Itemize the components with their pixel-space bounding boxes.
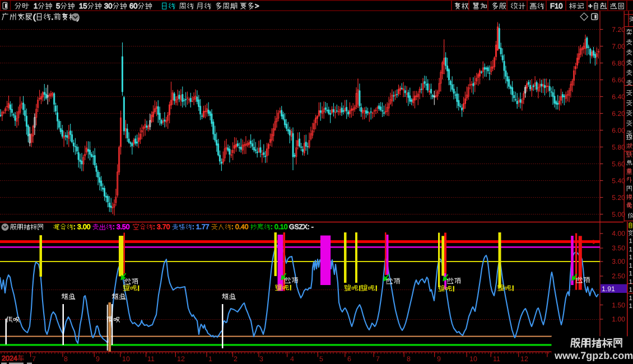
svg-text:!: ! xyxy=(453,285,455,293)
svg-text:!: ! xyxy=(512,284,514,292)
svg-text:+: + xyxy=(588,2,593,10)
svg-text:>: > xyxy=(255,2,259,10)
svg-text:7.00: 7.00 xyxy=(612,43,625,50)
svg-text:!: ! xyxy=(138,284,140,292)
svg-text:!: ! xyxy=(359,284,361,292)
svg-text:8: 8 xyxy=(407,355,411,363)
svg-text:5.40: 5.40 xyxy=(612,177,625,185)
svg-text:!: ! xyxy=(375,284,378,292)
svg-text:6.60: 6.60 xyxy=(612,76,625,84)
svg-text:7: 7 xyxy=(32,355,36,363)
svg-text:60: 60 xyxy=(129,2,138,10)
svg-text:1: 1 xyxy=(629,279,632,286)
svg-text:1: 1 xyxy=(629,263,632,269)
svg-text:GSZX: -: GSZX: - xyxy=(289,223,314,231)
svg-text:: 0.10: : 0.10 xyxy=(271,223,288,231)
svg-text:5.00: 5.00 xyxy=(612,211,625,218)
svg-text:3: 3 xyxy=(259,355,263,363)
svg-text:: 0.40: : 0.40 xyxy=(231,223,249,231)
svg-text:7.20: 7.20 xyxy=(612,26,625,34)
svg-text:11: 11 xyxy=(493,355,500,363)
svg-text:5: 5 xyxy=(56,2,60,10)
svg-text:1: 1 xyxy=(629,303,632,310)
svg-text:5: 5 xyxy=(319,355,323,363)
svg-text:4: 4 xyxy=(290,355,294,363)
svg-text:30: 30 xyxy=(104,2,113,10)
svg-text:1: 1 xyxy=(629,295,632,302)
svg-text:2024: 2024 xyxy=(2,354,17,362)
svg-text:5.60: 5.60 xyxy=(612,160,625,168)
svg-text:6.00: 6.00 xyxy=(612,127,625,134)
svg-text:1: 1 xyxy=(629,254,632,261)
svg-text:10: 10 xyxy=(469,355,477,363)
svg-text:1: 1 xyxy=(629,270,632,277)
svg-text:1: 1 xyxy=(34,2,38,10)
svg-text:2.50: 2.50 xyxy=(612,272,625,280)
svg-text:3.00: 3.00 xyxy=(612,258,625,265)
svg-text:5.80: 5.80 xyxy=(612,143,625,151)
svg-text:1.50: 1.50 xyxy=(612,301,625,309)
svg-text:5.20: 5.20 xyxy=(612,194,625,202)
svg-text:www.7gpzb.com: www.7gpzb.com xyxy=(554,350,633,361)
svg-text:1.00: 1.00 xyxy=(612,315,625,323)
svg-text:9: 9 xyxy=(96,355,100,363)
svg-text:.: . xyxy=(52,13,54,21)
svg-text:6.40: 6.40 xyxy=(612,93,625,101)
svg-text:1: 1 xyxy=(629,246,632,253)
svg-text:F10: F10 xyxy=(550,2,563,10)
svg-text:1: 1 xyxy=(629,287,632,293)
svg-text:: 3.50: : 3.50 xyxy=(113,223,130,231)
svg-text:1.91: 1.91 xyxy=(602,285,615,293)
svg-text:12: 12 xyxy=(177,355,185,363)
svg-text:(: ( xyxy=(33,13,36,21)
svg-text:: 1.77: : 1.77 xyxy=(192,223,210,231)
svg-text:6.20: 6.20 xyxy=(612,110,625,118)
svg-text:: 3.00: : 3.00 xyxy=(73,223,91,231)
svg-text:: 3.70: : 3.70 xyxy=(153,223,170,231)
svg-text:1: 1 xyxy=(208,355,212,363)
svg-text:12: 12 xyxy=(520,355,528,363)
svg-text:6: 6 xyxy=(347,355,351,363)
svg-text:11: 11 xyxy=(147,355,155,363)
svg-text:4.00: 4.00 xyxy=(612,230,625,237)
svg-text:7: 7 xyxy=(376,355,380,363)
svg-text:9: 9 xyxy=(437,355,441,363)
svg-text:6.80: 6.80 xyxy=(612,59,625,67)
svg-text:2: 2 xyxy=(234,355,238,363)
svg-text:3.50: 3.50 xyxy=(612,244,625,252)
svg-text:8: 8 xyxy=(64,355,68,363)
svg-text:1: 1 xyxy=(629,238,632,245)
svg-text:15: 15 xyxy=(79,2,87,10)
svg-text:10: 10 xyxy=(122,355,130,363)
svg-text:!: ! xyxy=(290,284,292,292)
